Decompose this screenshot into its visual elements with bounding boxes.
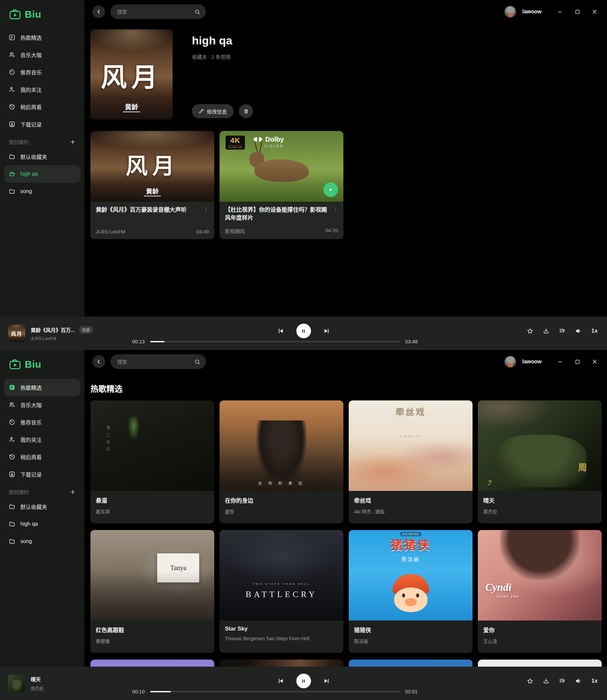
maximize-button[interactable]: [573, 358, 581, 365]
cover-art-artist: 黄龄: [123, 103, 140, 112]
sidebar-item-recommended[interactable]: 推荐音乐: [4, 414, 80, 431]
collection-cover: 风月 黄龄: [90, 29, 172, 120]
more-options-icon[interactable]: [333, 206, 338, 222]
sidebar-item-label: 推荐音乐: [20, 68, 42, 76]
4k-badge: 4K ULTRA HD: [226, 136, 245, 149]
person-check-icon: [9, 86, 15, 93]
song-card[interactable]: [349, 660, 473, 666]
album-cover: 牵丝戏 QIANSIKI: [349, 400, 473, 491]
sidebar-item-recommended[interactable]: 推荐音乐: [4, 63, 80, 81]
sidebar-folder-song[interactable]: song: [4, 183, 80, 200]
sidebar-folder-high-qa[interactable]: high qa: [4, 515, 80, 533]
sidebar-folder-song[interactable]: song: [4, 533, 80, 550]
sidebar-folder-default[interactable]: 默认收藏夹: [4, 498, 80, 515]
now-playing-cover[interactable]: 风月: [8, 325, 25, 342]
sidebar-item-watch-later[interactable]: 稍后再看: [4, 98, 80, 116]
song-grid: 第二街区 悬溺 葛东琪 在 你 的 身 边 在你的身边 盛哲: [84, 394, 607, 666]
sidebar-folder-label: 默认收藏夹: [20, 503, 47, 511]
song-card[interactable]: Tanya 红色高跟鞋 蔡健雅: [90, 530, 214, 653]
sidebar-folder-default[interactable]: 默认收藏夹: [4, 148, 80, 165]
playback-speed-button[interactable]: 1x: [591, 327, 598, 334]
sidebar-item-watch-later[interactable]: 稍后再看: [4, 448, 80, 465]
album-cover: Tanya: [90, 530, 214, 621]
back-button[interactable]: [92, 5, 105, 18]
playback-speed-button[interactable]: 1x: [591, 678, 598, 684]
video-card[interactable]: 风月 黄龄 黄龄《风月》百万豪装录音棚大声听 JLRS-LeoFM 03:49: [90, 131, 214, 239]
sidebar-item-music-stars[interactable]: 音乐大咖: [4, 46, 80, 63]
more-options-icon[interactable]: [204, 206, 209, 214]
close-button[interactable]: [591, 358, 598, 365]
favorite-star-icon[interactable]: [527, 678, 533, 685]
dolby-vision-logo: Dolby VISION: [253, 136, 284, 148]
now-playing-cover[interactable]: [8, 675, 25, 692]
pause-button[interactable]: [296, 324, 311, 338]
trash-icon: [243, 108, 249, 114]
sidebar-item-hot-songs[interactable]: 热歌精选: [4, 379, 80, 396]
maximize-button[interactable]: [573, 8, 581, 15]
album-cover: 第二街区: [90, 400, 214, 491]
add-folder-icon[interactable]: [70, 139, 76, 145]
brand-name: Biu: [25, 9, 41, 20]
sidebar-item-music-stars[interactable]: 音乐大咖: [4, 396, 80, 414]
song-card[interactable]: TWO STEPS FROM HELL BATTLECRY Star Sky T…: [219, 530, 343, 653]
player-bar: 风月 黄龄《风月》百万... 无损 JLRS-LeoFM 00:13 03:48: [0, 317, 607, 350]
download-icon[interactable]: [543, 678, 550, 685]
created-label: 我创建的: [9, 138, 29, 145]
next-track-button[interactable]: [323, 327, 330, 335]
video-duration: 04:20: [326, 227, 338, 235]
sidebar-item-my-follows[interactable]: 我的关注: [4, 81, 80, 98]
volume-icon[interactable]: [575, 327, 582, 335]
created-label: 我创建的: [9, 488, 29, 495]
song-card[interactable]: [478, 660, 602, 666]
add-folder-icon[interactable]: [70, 489, 76, 495]
pencil-icon: [198, 108, 204, 114]
previous-track-button[interactable]: [277, 677, 284, 685]
video-card[interactable]: 4K ULTRA HD Dolby VISION: [219, 131, 343, 239]
minimize-button[interactable]: [556, 8, 564, 15]
edit-info-button[interactable]: 修改信息: [192, 104, 234, 118]
cover-art-title: 风月: [90, 148, 214, 180]
song-card[interactable]: Cyndi loves you 爱你 王心凌: [478, 530, 602, 653]
song-card[interactable]: 第二街区 悬溺 葛东琪: [90, 400, 214, 523]
delete-collection-button[interactable]: [239, 104, 253, 118]
app-logo: Biu: [4, 356, 80, 379]
volume-icon[interactable]: [575, 677, 582, 685]
song-card[interactable]: 在 你 的 身 边 在你的身边 盛哲: [219, 400, 343, 523]
search-box[interactable]: [110, 354, 206, 369]
elapsed-time: 00:10: [132, 689, 145, 694]
search-input[interactable]: [117, 9, 191, 15]
sidebar-item-downloads[interactable]: 下载记录: [4, 116, 80, 133]
close-button[interactable]: [591, 8, 598, 15]
folder-icon: [9, 521, 15, 527]
user-avatar[interactable]: [504, 6, 516, 18]
song-card[interactable]: [90, 660, 214, 666]
sidebar-item-label: 稍后再看: [20, 453, 42, 461]
collection-meta: 收藏夹 · 2 条视频: [192, 53, 253, 60]
seek-bar[interactable]: [150, 691, 400, 692]
sidebar-item-hot-songs[interactable]: 热歌精选: [4, 29, 80, 46]
sidebar-item-my-follows[interactable]: 我的关注: [4, 431, 80, 448]
download-icon[interactable]: [543, 327, 550, 335]
song-card[interactable]: 牵丝戏 QIANSIKI 牵丝戏 Aki 阿杰 , 银临: [349, 400, 473, 523]
search-box[interactable]: [110, 4, 206, 19]
pause-button[interactable]: [296, 674, 311, 688]
song-card[interactable]: [219, 660, 343, 666]
sidebar-item-downloads[interactable]: 下载记录: [4, 465, 80, 483]
song-title: 晴天: [483, 496, 596, 504]
favorite-star-icon[interactable]: [527, 327, 533, 335]
back-button[interactable]: [92, 355, 105, 368]
play-queue-icon[interactable]: [559, 327, 566, 335]
search-input[interactable]: [117, 359, 191, 365]
next-track-button[interactable]: [323, 677, 330, 685]
play-queue-icon[interactable]: [559, 677, 566, 685]
seek-bar[interactable]: [150, 341, 400, 342]
minimize-button[interactable]: [556, 358, 564, 365]
sidebar-folder-high-qa[interactable]: high qa: [4, 165, 80, 183]
username: lawoow: [522, 9, 542, 15]
user-avatar[interactable]: [504, 356, 516, 368]
play-button-overlay[interactable]: [323, 182, 338, 197]
song-card[interactable]: GG-BOND 猪猪侠 陈洁丽 猪猪侠 陈洁丽: [349, 530, 473, 653]
username: lawoow: [522, 359, 542, 365]
song-card[interactable]: 周 7 晴天 周杰伦: [478, 400, 602, 523]
previous-track-button[interactable]: [277, 327, 284, 335]
